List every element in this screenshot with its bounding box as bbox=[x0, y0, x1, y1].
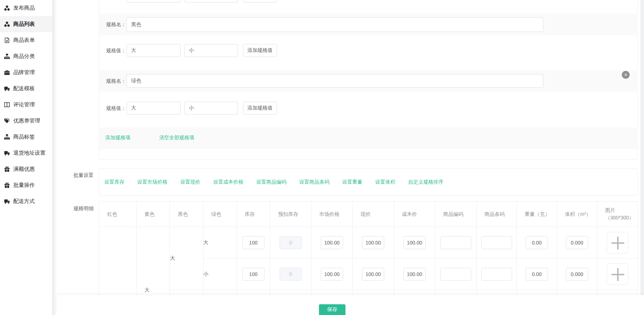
sidebar-item-return-address-settings[interactable]: 退货地址设置 bbox=[0, 145, 52, 161]
frozen-stock-input bbox=[280, 268, 302, 281]
bottom-action-bar: 保存 bbox=[57, 295, 644, 315]
sidebar-item-review-management[interactable]: 评论管理 bbox=[0, 97, 52, 113]
sidebar-item-batch-operations[interactable]: 批量操作 bbox=[0, 177, 52, 193]
batch-set-cost-price-link[interactable]: 设置成本价格 bbox=[213, 179, 243, 185]
batch-settings-label: 批量设置 bbox=[73, 171, 94, 179]
gift-icon bbox=[4, 166, 10, 172]
sidebar-item-publish-product[interactable]: 发布商品 bbox=[0, 0, 52, 16]
save-button[interactable]: 保存 bbox=[319, 304, 345, 315]
price-input[interactable] bbox=[362, 268, 384, 281]
spec-name-label: 规格名： bbox=[106, 77, 126, 84]
image-upload-button[interactable] bbox=[607, 232, 628, 253]
table-header-row: 红色 黄色 黑色 绿色 库存 预扣库存 市场价格 现价 成本价 商品编码 商品条… bbox=[99, 202, 638, 227]
add-spec-group-link[interactable]: 添加规格项 bbox=[105, 135, 130, 141]
sidebar-item-product-tags[interactable]: 商品标签 bbox=[0, 129, 52, 145]
column-header-weight: 重量（克） bbox=[517, 202, 557, 227]
spec-value-input-partial[interactable] bbox=[127, 0, 181, 3]
volume-input[interactable] bbox=[566, 236, 588, 249]
sidebar-item-full-discount[interactable]: 满额优惠 bbox=[0, 161, 52, 177]
plus-icon bbox=[617, 268, 619, 281]
cost-price-input[interactable] bbox=[404, 236, 426, 249]
sidebar-item-coupon-management[interactable]: 优惠券管理 bbox=[0, 113, 52, 129]
batch-set-weight-link[interactable]: 设置重量 bbox=[342, 179, 362, 185]
sidebar-item-label: 配送模板 bbox=[13, 85, 35, 92]
spec-value-input[interactable] bbox=[127, 102, 181, 115]
remove-spec-group-button[interactable]: × bbox=[622, 71, 630, 79]
market-price-input[interactable] bbox=[321, 268, 343, 281]
column-header-market-price: 市场价格 bbox=[311, 202, 353, 227]
yellow-spec-value: 大 bbox=[144, 287, 149, 293]
sidebar-item-shipping-template[interactable]: 配送模板 bbox=[0, 81, 52, 97]
close-icon: × bbox=[624, 72, 627, 77]
sidebar-item-shipping-method[interactable]: 配送方式 bbox=[0, 193, 52, 209]
sidebar-item-product-list[interactable]: 商品列表 bbox=[0, 16, 52, 32]
add-spec-value-button[interactable]: 添加规格值 bbox=[243, 44, 277, 57]
stock-input[interactable] bbox=[242, 236, 264, 249]
column-header-frozen-stock: 预扣库存 bbox=[270, 202, 311, 227]
spec-value-label: 规格值： bbox=[106, 105, 126, 112]
gift-icon bbox=[4, 182, 10, 188]
add-spec-value-button[interactable]: 添加规格值 bbox=[243, 102, 277, 115]
spec-value-input[interactable] bbox=[127, 44, 181, 57]
stock-input[interactable] bbox=[242, 268, 264, 281]
barcode-input[interactable] bbox=[481, 236, 512, 249]
column-header-green: 绿色 bbox=[203, 202, 237, 227]
spec-value-label: 规格值： bbox=[106, 47, 126, 54]
cost-price-input[interactable] bbox=[404, 268, 426, 281]
spec-value-input[interactable] bbox=[184, 44, 238, 57]
batch-set-stock-link[interactable]: 设置库存 bbox=[104, 179, 124, 185]
sidebar-item-product-form[interactable]: 商品表单 bbox=[0, 32, 52, 48]
batch-set-market-price-link[interactable]: 设置市场价格 bbox=[137, 179, 167, 185]
sidebar-item-label: 批量操作 bbox=[13, 182, 35, 189]
market-price-input[interactable] bbox=[321, 236, 343, 249]
batch-set-volume-link[interactable]: 设置体积 bbox=[375, 179, 395, 185]
sidebar-item-label: 商品表单 bbox=[13, 37, 35, 44]
image-upload-button[interactable] bbox=[607, 263, 628, 285]
add-spec-value-button[interactable]: 添加规格值 bbox=[243, 0, 277, 3]
batch-set-barcode-link[interactable]: 设置商品条码 bbox=[299, 179, 329, 185]
spec-value-input-partial[interactable] bbox=[184, 0, 238, 3]
frozen-stock-input bbox=[280, 236, 302, 249]
barcode-input[interactable] bbox=[481, 268, 512, 281]
spec-name-input[interactable] bbox=[127, 17, 543, 32]
sidebar-scrollbar[interactable] bbox=[52, 0, 57, 315]
table-row: 大 大 大 bbox=[99, 227, 638, 258]
columns-icon bbox=[4, 102, 10, 108]
truck-icon bbox=[4, 198, 10, 204]
spec-value-input[interactable] bbox=[184, 102, 238, 115]
column-header-product-code: 商品编码 bbox=[435, 202, 476, 227]
spec-value-input[interactable] bbox=[127, 0, 181, 3]
weight-input[interactable] bbox=[526, 236, 548, 249]
file-x-icon bbox=[4, 37, 10, 43]
column-header-yellow: 黄色 bbox=[137, 202, 170, 227]
clear-all-spec-groups-link[interactable]: 清空全部规格项 bbox=[159, 135, 194, 141]
spec-value-input[interactable] bbox=[184, 0, 238, 3]
batch-set-product-code-link[interactable]: 设置商品编码 bbox=[256, 179, 286, 185]
sidebar-item-product-category[interactable]: 商品分类 bbox=[0, 48, 52, 64]
plus-icon bbox=[617, 237, 619, 249]
column-header-black: 黑色 bbox=[170, 202, 203, 227]
batch-settings-panel: 设置库存 设置市场价格 设置现价 设置成本价格 设置商品编码 设置商品条码 设置… bbox=[99, 168, 638, 196]
tags-icon bbox=[4, 118, 10, 124]
sidebar-item-label: 优惠券管理 bbox=[13, 117, 40, 124]
sidebar-item-brand-management[interactable]: 品牌管理 bbox=[0, 64, 52, 81]
spec-editor-panel: 添加规格值 规格名： 规格值： 添加规格值 规格名： × 规格值： 添加规格值 … bbox=[99, 0, 638, 160]
cubes-icon bbox=[4, 5, 10, 11]
sidebar-item-label: 退货地址设置 bbox=[13, 150, 46, 156]
add-spec-value-button-partial[interactable]: 添加规格值 bbox=[243, 0, 277, 3]
batch-set-price-link[interactable]: 设置现价 bbox=[180, 179, 200, 185]
sidebar-item-label: 商品分类 bbox=[13, 53, 35, 60]
price-input[interactable] bbox=[362, 236, 384, 249]
sidebar-item-label: 发布商品 bbox=[13, 5, 35, 11]
product-code-input[interactable] bbox=[440, 268, 471, 281]
product-code-input[interactable] bbox=[440, 236, 471, 249]
page-scrollbar[interactable] bbox=[640, 0, 644, 315]
batch-custom-spec-sort-link[interactable]: 自定义规格排序 bbox=[408, 179, 443, 185]
sidebar-item-label: 商品标签 bbox=[13, 134, 35, 140]
spec-name-input[interactable] bbox=[127, 74, 543, 88]
volume-input[interactable] bbox=[566, 268, 588, 281]
sidebar-item-label: 满额优惠 bbox=[13, 166, 35, 173]
sidebar-item-label: 商品列表 bbox=[13, 21, 35, 28]
briefcase-icon bbox=[4, 69, 10, 76]
weight-input[interactable] bbox=[526, 268, 548, 281]
